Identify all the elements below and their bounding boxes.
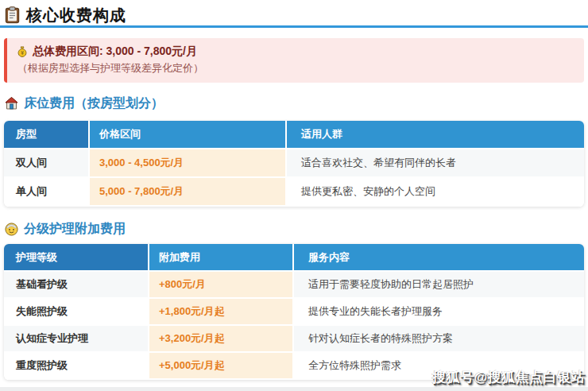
table-header-row: 护理等级 附加费用 服务内容 xyxy=(4,244,584,272)
page-header: 核心收费构成 xyxy=(0,0,588,25)
desc-cell: 适合喜欢社交、希望有同伴的长者 xyxy=(287,149,584,178)
desc-cell: 提供更私密、安静的个人空间 xyxy=(287,178,584,207)
price-cell: +5,000元/月起 xyxy=(149,353,294,380)
care-level-cell: 失能照护级 xyxy=(4,299,149,326)
fee-range-line: ¥ 总体费用区间: 3,000 - 7,800元/月 xyxy=(17,45,574,59)
price-cell: +1,800元/月起 xyxy=(149,299,294,326)
table-row: 双人间 3,000 - 4,500元/月 适合喜欢社交、希望有同伴的长者 xyxy=(4,149,584,178)
house-icon xyxy=(5,97,18,110)
fee-range-note: （根据房型选择与护理等级差异化定价） xyxy=(17,61,574,75)
section-bed-fee-title: 床位费用（按房型划分） xyxy=(24,95,164,112)
column-header-care-level: 护理等级 xyxy=(4,244,149,272)
care-level-cell: 认知症专业护理 xyxy=(4,326,149,353)
room-type-cell: 双人间 xyxy=(4,149,90,178)
care-fee-table: 护理等级 附加费用 服务内容 基础看护级 +800元/月 适用于需要轻度协助的日… xyxy=(4,244,584,380)
column-header-audience: 适用人群 xyxy=(287,121,584,149)
page: 核心收费构成 ¥ 总体费用区间: 3,000 - 7,800元/月 （根据房型选… xyxy=(0,0,588,391)
section-care-fee-heading: 分级护理附加费用 xyxy=(5,220,588,238)
clipboard-icon xyxy=(5,6,20,24)
fee-range-text: 总体费用区间: 3,000 - 7,800元/月 xyxy=(33,45,197,59)
money-bag-icon: ¥ xyxy=(17,46,28,58)
price-cell: 3,000 - 4,500元/月 xyxy=(90,149,287,178)
svg-text:¥: ¥ xyxy=(21,50,24,56)
care-level-cell: 重度照护级 xyxy=(4,353,149,380)
table-row: 失能照护级 +1,800元/月起 提供专业的失能长者护理服务 xyxy=(4,299,584,326)
table-row: 认知症专业护理 +3,200元/月起 针对认知症长者的特殊照护方案 xyxy=(4,326,584,353)
room-type-cell: 单人间 xyxy=(4,178,90,207)
column-header-surcharge: 附加费用 xyxy=(149,244,294,272)
elder-icon xyxy=(5,223,18,236)
bed-fee-table: 房型 价格区间 适用人群 双人间 3,000 - 4,500元/月 适合喜欢社交… xyxy=(4,121,584,207)
desc-cell: 针对认知症长者的特殊照护方案 xyxy=(294,326,584,353)
section-care-fee-title: 分级护理附加费用 xyxy=(24,221,126,238)
page-title: 核心收费构成 xyxy=(26,5,126,26)
care-level-cell: 基础看护级 xyxy=(4,272,149,299)
fee-range-alert: ¥ 总体费用区间: 3,000 - 7,800元/月 （根据房型选择与护理等级差… xyxy=(4,38,584,83)
table-row: 单人间 5,000 - 7,800元/月 提供更私密、安静的个人空间 xyxy=(4,178,584,207)
price-cell: +3,200元/月起 xyxy=(149,326,294,353)
bottom-edge-strip xyxy=(0,387,588,391)
section-bed-fee-heading: 床位费用（按房型划分） xyxy=(5,95,588,112)
sohu-watermark: 搜狐号@搜狐焦点白银站 xyxy=(432,368,585,386)
desc-cell: 提供专业的失能长者护理服务 xyxy=(294,299,584,326)
desc-cell: 适用于需要轻度协助的日常起居照护 xyxy=(294,272,584,299)
column-header-service: 服务内容 xyxy=(294,244,584,272)
table-row: 基础看护级 +800元/月 适用于需要轻度协助的日常起居照护 xyxy=(4,272,584,299)
column-header-price-range: 价格区间 xyxy=(90,121,287,149)
price-cell: +800元/月 xyxy=(149,272,294,299)
column-header-room-type: 房型 xyxy=(4,121,90,149)
price-cell: 5,000 - 7,800元/月 xyxy=(90,178,287,207)
table-header-row: 房型 价格区间 适用人群 xyxy=(4,121,584,149)
